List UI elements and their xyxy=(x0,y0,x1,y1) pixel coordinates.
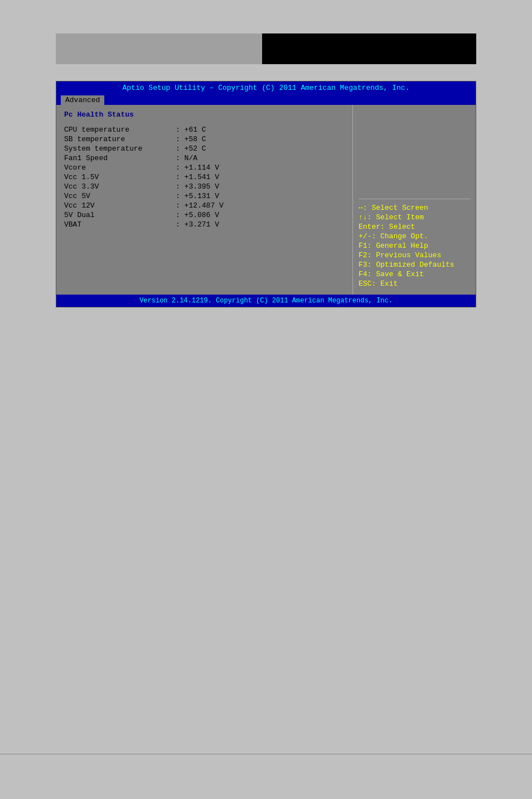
sensor-value: : +61 C xyxy=(176,126,206,134)
sensor-value: : N/A xyxy=(176,154,197,162)
help-item: ↑↓: Select Item xyxy=(359,213,470,222)
sensor-row: System temperature: +52 C xyxy=(64,145,345,153)
bios-tabs: Advanced xyxy=(56,94,476,105)
sensor-label: Vcc 12V xyxy=(64,201,176,210)
bios-footer: Version 2.14.1219. Copyright (C) 2011 Am… xyxy=(56,295,476,307)
sensor-row: VBAT: +3.271 V xyxy=(64,220,345,229)
sensor-label: 5V Dual xyxy=(64,211,176,219)
sensor-value: : +58 C xyxy=(176,135,206,143)
help-item: +/-: Change Opt. xyxy=(359,232,470,240)
sensor-label: Fan1 Speed xyxy=(64,154,176,162)
sensor-value: : +3.395 V xyxy=(176,182,219,191)
tab-advanced[interactable]: Advanced xyxy=(61,95,104,105)
sensor-value: : +52 C xyxy=(176,145,206,153)
help-item: Enter: Select xyxy=(359,223,470,231)
help-item: F1: General Help xyxy=(359,242,470,250)
sensor-row: Vcc 5V: +5.131 V xyxy=(64,192,345,200)
help-item: F3: Optimized Defaults xyxy=(359,261,470,269)
bios-window: Aptio Setup Utility – Copyright (C) 2011… xyxy=(56,81,476,307)
sensor-value: : +1.541 V xyxy=(176,173,219,181)
bios-footer-text: Version 2.14.1219. Copyright (C) 2011 Am… xyxy=(139,297,393,305)
help-item: ESC: Exit xyxy=(359,280,470,288)
bios-left-panel: Pc Health Status CPU temperature: +61 CS… xyxy=(56,105,353,295)
sensor-label: VBAT xyxy=(64,220,176,229)
help-item: ↔: Select Screen xyxy=(359,204,470,212)
sensor-label: Vcc 1.5V xyxy=(64,173,176,181)
sensor-row: Vcc 1.5V: +1.541 V xyxy=(64,173,345,181)
sensor-label: CPU temperature xyxy=(64,126,176,134)
section-title: Pc Health Status xyxy=(64,110,345,119)
sensor-value: : +5.086 V xyxy=(176,211,219,219)
sensor-row: 5V Dual: +5.086 V xyxy=(64,211,345,219)
bios-header-text: Aptio Setup Utility – Copyright (C) 2011… xyxy=(123,84,410,92)
sensor-value: : +5.131 V xyxy=(176,192,219,200)
bottom-divider xyxy=(0,754,532,754)
sensor-row: CPU temperature: +61 C xyxy=(64,126,345,134)
top-banner xyxy=(56,33,476,64)
sensor-row: SB temperature: +58 C xyxy=(64,135,345,143)
help-divider xyxy=(359,199,470,199)
sensor-rows: CPU temperature: +61 CSB temperature: +5… xyxy=(64,126,345,229)
bios-right-panel: ↔: Select Screen↑↓: Select ItemEnter: Se… xyxy=(353,105,476,295)
sensor-value: : +3.271 V xyxy=(176,220,219,229)
sensor-value: : +1.114 V xyxy=(176,163,219,172)
bios-header: Aptio Setup Utility – Copyright (C) 2011… xyxy=(56,81,476,94)
sensor-row: Vcore: +1.114 V xyxy=(64,163,345,172)
sensor-label: SB temperature xyxy=(64,135,176,143)
bios-content: Pc Health Status CPU temperature: +61 CS… xyxy=(56,105,476,295)
top-banner-right xyxy=(262,33,476,64)
sensor-label: Vcc 3.3V xyxy=(64,182,176,191)
sensor-label: System temperature xyxy=(64,145,176,153)
top-banner-left xyxy=(56,33,262,64)
sensor-label: Vcc 5V xyxy=(64,192,176,200)
sensor-label: Vcore xyxy=(64,163,176,172)
help-item: F2: Previous Values xyxy=(359,251,470,259)
sensor-row: Vcc 12V: +12.487 V xyxy=(64,201,345,210)
sensor-row: Vcc 3.3V: +3.395 V xyxy=(64,182,345,191)
help-item: F4: Save & Exit xyxy=(359,270,470,278)
help-items: ↔: Select Screen↑↓: Select ItemEnter: Se… xyxy=(359,204,470,289)
sensor-value: : +12.487 V xyxy=(176,201,224,210)
sensor-row: Fan1 Speed: N/A xyxy=(64,154,345,162)
